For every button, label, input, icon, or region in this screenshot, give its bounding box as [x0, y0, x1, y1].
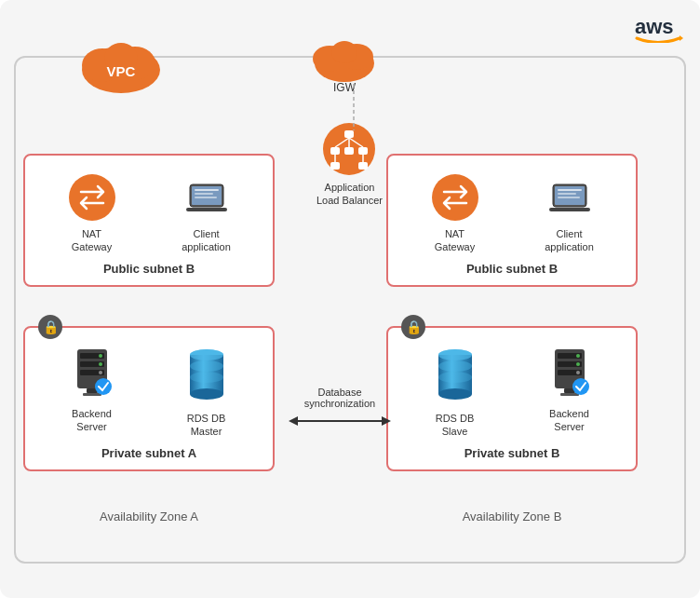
rds-slave: RDS DB Slave	[413, 346, 497, 439]
svg-rect-28	[195, 193, 213, 195]
vpc-cloud: VPC	[74, 28, 168, 98]
svg-point-39	[95, 378, 112, 395]
client-app-b: Client application	[528, 173, 612, 254]
backend-server-b: Backend Server	[528, 346, 612, 434]
svg-rect-15	[358, 147, 368, 155]
sync-label: Database synchronization	[304, 387, 375, 409]
svg-point-10	[331, 41, 357, 63]
svg-text:VPC: VPC	[107, 63, 136, 79]
svg-rect-12	[344, 130, 354, 138]
svg-marker-71	[382, 416, 391, 426]
svg-point-45	[190, 372, 223, 383]
backend-server-a: Backend Server	[50, 346, 134, 434]
svg-rect-29	[195, 197, 217, 198]
nat-gateway-b-label: NAT Gateway	[435, 227, 475, 254]
aws-logo: aws	[633, 13, 683, 43]
svg-rect-14	[344, 147, 354, 155]
svg-rect-13	[330, 147, 340, 155]
svg-point-58	[438, 372, 472, 383]
nat-gateway-a-label: NAT Gateway	[72, 227, 112, 254]
svg-point-42	[190, 388, 223, 400]
nat-gateway-a: NAT Gateway	[50, 173, 134, 254]
svg-point-63	[576, 354, 580, 358]
svg-rect-26	[186, 208, 227, 211]
svg-rect-50	[558, 189, 582, 191]
alb-label: Application Load Balancer	[316, 181, 383, 208]
sync-arrow: Database synchronization	[289, 387, 391, 429]
client-app-b-label: Client application	[545, 227, 594, 254]
nat-gateway-b: NAT Gateway	[413, 173, 497, 254]
svg-rect-16	[330, 162, 340, 170]
svg-text:aws: aws	[635, 15, 674, 38]
backend-server-a-label: Backend Server	[72, 407, 112, 434]
svg-point-36	[99, 371, 102, 374]
private-subnet-a: 🔒	[23, 326, 275, 471]
client-app-a-label: Client application	[182, 227, 231, 254]
alb-icon-container: Application Load Balancer	[316, 121, 383, 208]
svg-point-34	[99, 354, 102, 358]
zone-a-label: Availability Zone A	[23, 510, 275, 523]
svg-point-43	[190, 349, 223, 360]
zone-b: NAT Gateway Client application Public su…	[386, 154, 675, 503]
private-subnet-b-label: Private subnet B	[397, 446, 626, 460]
zone-a: NAT Gateway Client application	[23, 154, 312, 503]
main-container: aws VPC IGW	[0, 0, 700, 598]
public-subnet-a: NAT Gateway Client application	[23, 154, 275, 287]
zone-b-label: Availability Zone B	[386, 510, 638, 523]
private-subnet-b: 🔒	[386, 326, 638, 471]
svg-point-64	[576, 362, 580, 366]
rds-master: RDS DB Master	[165, 346, 249, 439]
svg-marker-1	[680, 35, 683, 41]
svg-point-35	[99, 362, 102, 366]
svg-rect-51	[558, 193, 576, 195]
client-app-a: Client application	[165, 173, 249, 254]
lock-a: 🔒	[38, 315, 62, 339]
svg-point-56	[438, 349, 472, 360]
backend-server-b-label: Backend Server	[549, 407, 589, 434]
private-subnet-a-label: Private subnet A	[34, 446, 263, 460]
svg-point-55	[438, 388, 472, 400]
svg-point-44	[190, 360, 223, 372]
igw-label: IGW	[333, 81, 356, 94]
svg-rect-52	[558, 197, 580, 198]
public-subnet-b-label: Public subnet B	[397, 262, 626, 276]
svg-rect-27	[195, 189, 219, 191]
public-subnet-a-label: Public subnet B	[34, 262, 263, 276]
igw-cloud: IGW	[307, 28, 382, 94]
rds-slave-label: RDS DB Slave	[436, 412, 475, 439]
svg-rect-17	[358, 162, 368, 170]
svg-point-65	[576, 371, 580, 374]
svg-point-23	[69, 174, 115, 221]
svg-point-68	[572, 378, 589, 395]
lock-b: 🔒	[401, 315, 425, 339]
svg-point-46	[432, 174, 478, 221]
svg-point-57	[438, 360, 472, 372]
svg-marker-69	[289, 416, 298, 426]
public-subnet-b: NAT Gateway Client application Public su…	[386, 154, 638, 287]
svg-rect-49	[549, 208, 590, 211]
rds-master-label: RDS DB Master	[187, 412, 226, 439]
